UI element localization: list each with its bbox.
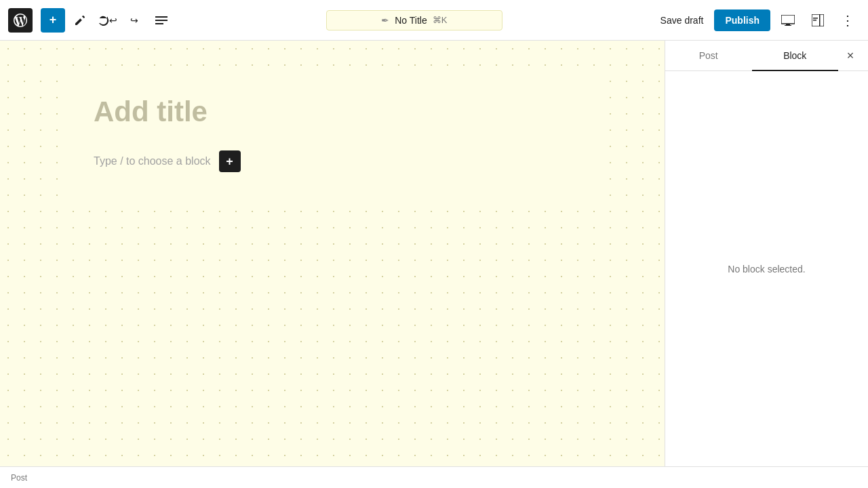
tab-block[interactable]: Block	[752, 41, 839, 70]
sidebar-tabs: Post Block ×	[665, 41, 868, 71]
main-area: Add title Type / to choose a block + Pos…	[0, 41, 868, 466]
svg-rect-8	[813, 18, 818, 19]
svg-rect-7	[819, 14, 821, 26]
wp-logo-icon	[14, 14, 27, 27]
svg-rect-0	[155, 16, 167, 18]
block-placeholder-row: Type / to choose a block +	[94, 150, 571, 172]
svg-rect-9	[813, 20, 816, 21]
svg-rect-2	[155, 23, 163, 24]
add-block-button[interactable]: +	[41, 8, 65, 33]
add-block-inline-button[interactable]: +	[219, 150, 241, 172]
toolbar-center: ✒ No Title ⌘K	[176, 10, 652, 30]
toolbar-right: Save draft Publish ⋮	[655, 8, 860, 33]
publish-button[interactable]: Publish	[714, 9, 770, 31]
command-bar-icon: ✒	[381, 15, 389, 26]
save-draft-button[interactable]: Save draft	[655, 11, 709, 30]
sidebar: Post Block × No block selected.	[665, 41, 868, 466]
svg-rect-3	[781, 15, 795, 24]
more-options-button[interactable]: ⋮	[835, 8, 860, 33]
svg-rect-4	[786, 24, 790, 25]
undo-button[interactable]: ↩	[95, 8, 119, 33]
close-icon: ×	[847, 49, 854, 63]
editor-area[interactable]: Add title Type / to choose a block +	[0, 41, 665, 466]
pencil-icon	[74, 14, 86, 26]
wp-logo[interactable]	[8, 8, 33, 33]
pencil-button[interactable]	[68, 8, 92, 33]
svg-rect-1	[155, 20, 167, 21]
more-options-icon: ⋮	[841, 14, 854, 27]
command-bar-shortcut: ⌘K	[433, 15, 448, 25]
tab-post[interactable]: Post	[665, 41, 752, 70]
post-title-placeholder[interactable]: Add title	[94, 95, 571, 129]
block-placeholder-text: Type / to choose a block	[94, 155, 211, 167]
status-bar: Post	[0, 466, 868, 488]
redo-button[interactable]: ↪	[122, 8, 146, 33]
editor-content: Add title Type / to choose a block +	[61, 68, 604, 199]
tools-icon	[155, 14, 167, 26]
sidebar-content: No block selected.	[665, 71, 868, 466]
document-tools-button[interactable]	[149, 8, 174, 33]
close-sidebar-button[interactable]: ×	[838, 43, 863, 68]
panel-settings-button[interactable]	[806, 8, 830, 33]
panel-icon	[812, 14, 824, 26]
toolbar: + ↩ ↪ ✒ No Title ⌘K S	[0, 0, 868, 41]
undo-icon	[97, 14, 109, 26]
status-bar-text: Post	[11, 473, 27, 483]
no-block-message: No block selected.	[728, 264, 805, 274]
view-button[interactable]	[776, 8, 800, 33]
command-bar-title: No Title	[395, 15, 427, 26]
command-bar[interactable]: ✒ No Title ⌘K	[326, 10, 502, 30]
monitor-icon	[781, 15, 795, 26]
svg-rect-5	[785, 25, 791, 26]
